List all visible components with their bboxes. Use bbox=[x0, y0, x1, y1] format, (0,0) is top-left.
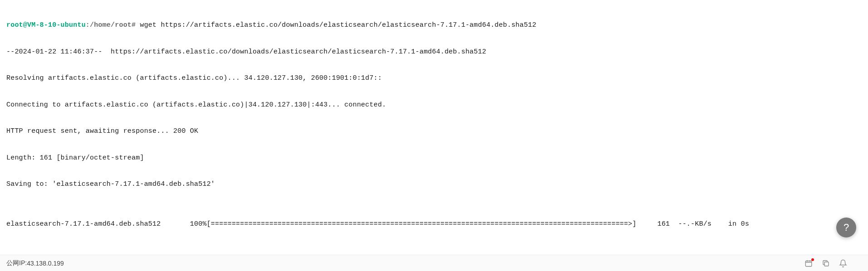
calendar-button[interactable] bbox=[805, 259, 813, 267]
output-saving: Saving to: 'elasticsearch-7.17.1-amd64.d… bbox=[6, 178, 862, 191]
svg-rect-1 bbox=[824, 262, 829, 266]
output-timestamp: --2024-01-22 11:46:37-- https://artifact… bbox=[6, 45, 862, 58]
output-resolving: Resolving artifacts.elastic.co (artifact… bbox=[6, 72, 862, 85]
output-http-status: HTTP request sent, awaiting response... … bbox=[6, 125, 862, 138]
terminal-output[interactable]: root@VM-8-10-ubuntu:/home/root# wget htt… bbox=[0, 0, 868, 271]
output-connecting: Connecting to artifacts.elastic.co (arti… bbox=[6, 98, 862, 111]
prompt-line-1: root@VM-8-10-ubuntu:/home/root# wget htt… bbox=[6, 19, 862, 32]
prompt-hash: # bbox=[132, 21, 136, 29]
command-wget: wget https://artifacts.elastic.co/downlo… bbox=[140, 21, 536, 29]
output-length: Length: 161 [binary/octet-stream] bbox=[6, 151, 862, 165]
prompt-colon: : bbox=[86, 21, 90, 29]
svg-rect-0 bbox=[805, 261, 812, 266]
notification-dot-icon bbox=[811, 258, 814, 261]
output-progress-bar: elasticsearch-7.17.1-amd64.deb.sha512 10… bbox=[6, 218, 862, 231]
help-button[interactable]: ? bbox=[836, 218, 856, 237]
prompt-path: /home/root bbox=[90, 21, 132, 29]
public-ip-value: 43.138.0.199 bbox=[27, 260, 64, 267]
copy-button[interactable] bbox=[822, 259, 830, 267]
public-ip-label: 公网IP: bbox=[6, 259, 27, 267]
status-bar: 公网IP: 43.138.0.199 bbox=[0, 255, 868, 271]
help-icon: ? bbox=[844, 222, 849, 233]
statusbar-right bbox=[805, 259, 862, 267]
prompt-user: root@VM-8-10-ubuntu bbox=[6, 21, 86, 29]
bell-button[interactable] bbox=[839, 259, 847, 267]
